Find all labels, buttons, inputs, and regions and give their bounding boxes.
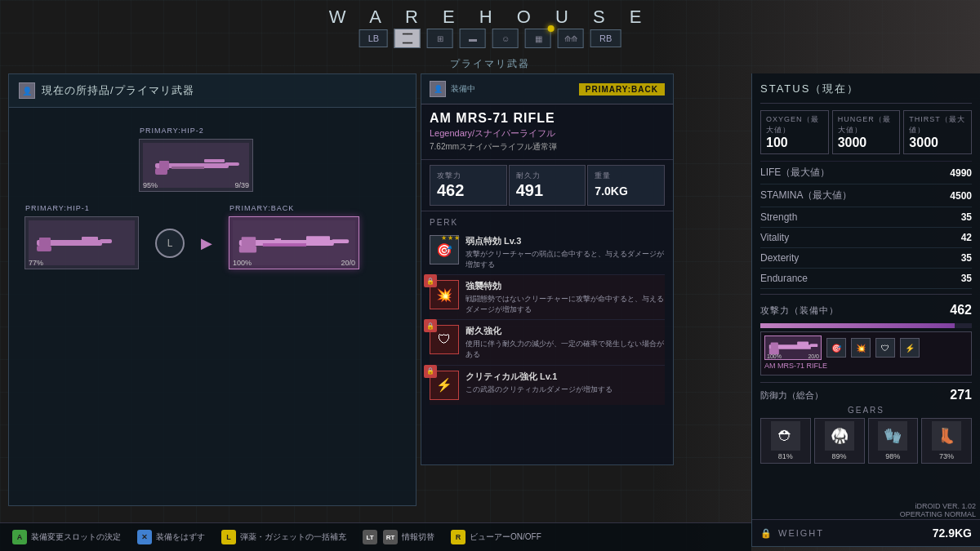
eq-icon-burst: 💥	[851, 338, 871, 358]
btn-x-icon: ✕	[137, 530, 152, 544]
attack-bar-fill	[760, 323, 955, 328]
nav-rb-button[interactable]: RB	[590, 29, 621, 47]
hip2-slot-label: PRIMARY:HIP-2	[140, 127, 204, 135]
hip2-slot-count: 9/39	[234, 181, 249, 189]
perk-title: PERK	[430, 215, 665, 230]
bottom-btn-4[interactable]: R ビューアーON/OFF	[451, 530, 541, 544]
vital-thirst-label: THIRST（最大値）	[909, 114, 966, 136]
stat-dexterity-value: 35	[961, 252, 972, 264]
detail-person-icon: 👤	[430, 81, 446, 97]
gear-icon-3: 👢	[932, 421, 961, 451]
gear-pct-3: 73%	[939, 452, 954, 460]
primary-back-badge: PRIMARY:BACK	[579, 83, 665, 96]
perk-item-3: ⚡ クリティカル強化 Lv.1 この武器のクリティカルダメージが増加する	[430, 366, 665, 405]
eq-icon-shield: 🛡	[875, 338, 895, 358]
perk-icon-2: 🛡	[430, 325, 459, 354]
bottom-btn-1[interactable]: ✕ 装備をはずす	[137, 530, 205, 544]
equipped-weapon-inner: 100% 20/0 🎯 💥 🛡 ⚡	[764, 335, 968, 360]
attack-bar-wrap	[760, 323, 972, 328]
gear-item-2: 🧤 98%	[868, 418, 919, 464]
perk-item-1: 💥 強襲特効 戦闘態勢ではないクリーチャーに攻撃が命中すると、与えるダメージが増…	[430, 275, 665, 320]
stat-vitality: Vitality 42	[760, 228, 972, 248]
back-slot-count: 20/0	[341, 259, 355, 267]
back-slot-label: PRIMARY:BACK	[229, 204, 294, 212]
vital-hunger-value: 3000	[838, 136, 895, 150]
defense-section: 防御力（総合） 271 GEARS ⛑ 81% 🥋 89% 🧤 98% 👢 73…	[760, 382, 972, 464]
hip2-slot-wrap: PRIMARY:HIP-2 95% 9/39	[139, 139, 253, 192]
bottom-btn-2[interactable]: L 弾薬・ガジェットの一括補充	[221, 530, 346, 544]
nav-item-4[interactable]: ☺	[492, 29, 519, 48]
hip1-slot[interactable]: PRIMARY:HIP-1 77%	[24, 216, 139, 269]
stat-stamina-label: STAMINA（最大値）	[760, 189, 852, 202]
hip2-slot-image	[143, 143, 249, 188]
perk-name-2: 耐久強化	[466, 325, 665, 337]
stat-vitality-value: 42	[961, 232, 972, 243]
bottom-btn-3[interactable]: LT RT 情報切替	[363, 530, 434, 544]
bottom-btn-2-label: 弾薬・ガジェットの一括補充	[240, 531, 346, 543]
durability-stat-box: 耐久力 491	[509, 165, 586, 206]
svg-rect-10	[37, 246, 51, 251]
gear-item-1: 🥋 89%	[814, 418, 865, 464]
svg-rect-16	[262, 243, 305, 247]
attack-stat-value: 462	[437, 181, 500, 200]
attack-section: 攻撃力（装備中） 462 100% 20/0	[760, 294, 972, 375]
svg-rect-20	[770, 343, 777, 349]
vital-oxygen-value: 100	[766, 136, 823, 150]
gear-pct-2: 98%	[885, 452, 900, 460]
stats-row: 攻撃力 462 耐久力 491 重量 7.0KG	[421, 159, 673, 211]
nav-item-5-wrap: ▦	[525, 29, 551, 48]
attack-value: 462	[950, 303, 972, 318]
bottom-btn-3-label: 情報切替	[402, 531, 434, 543]
svg-rect-4	[155, 168, 167, 175]
stat-vitality-label: Vitality	[760, 232, 789, 243]
weight-stat-value: 7.0KG	[595, 181, 657, 198]
svg-rect-12	[306, 236, 330, 241]
nav-item-3[interactable]: ▬	[460, 29, 486, 48]
stat-life-value: 4990	[950, 167, 972, 179]
hip1-slot-pct: 77%	[29, 259, 43, 267]
gears-row: ⛑ 81% 🥋 89% 🧤 98% 👢 73%	[760, 418, 972, 464]
nav-lb-button[interactable]: LB	[359, 29, 388, 47]
btn-l-icon: L	[221, 530, 236, 544]
bottom-bar: A 装備変更スロットの決定 ✕ 装備をはずす L 弾薬・ガジェットの一括補充 L…	[0, 522, 751, 551]
detail-panel: 👤 装備中 PRIMARY:BACK AM MRS-71 RIFLE Legen…	[421, 73, 674, 465]
perk-text-3: クリティカル強化 Lv.1 この武器のクリティカルダメージが増加する	[466, 371, 665, 395]
bottom-btn-1-label: 装備をはずす	[156, 531, 205, 543]
hip1-slot-label: PRIMARY:HIP-1	[25, 204, 90, 212]
weight-label: 🔒 WEIGHT	[760, 528, 824, 539]
svg-rect-15	[238, 246, 256, 253]
nav-dot	[548, 25, 555, 32]
gear-item-0: ⛑ 81%	[760, 418, 811, 464]
eq-pct: 100%	[767, 353, 782, 359]
stat-life: LIFE（最大値） 4990	[760, 162, 972, 184]
gear-icon-2: 🧤	[878, 421, 907, 451]
svg-rect-13	[241, 237, 255, 246]
nav-item-6[interactable]: ⟰⟰	[558, 29, 584, 48]
perk-name-3: クリティカル強化 Lv.1	[466, 371, 665, 383]
weight-label-text: WEIGHT	[778, 528, 824, 538]
vital-thirst: THIRST（最大値） 3000	[903, 110, 972, 154]
slot-change-circle: L	[155, 229, 185, 258]
hip2-slot[interactable]: PRIMARY:HIP-2 95% 9/39	[139, 139, 253, 192]
status-title: STATUS（現在）	[760, 82, 972, 104]
attack-row: 攻撃力（装備中） 462	[760, 300, 972, 321]
stat-endurance-label: Endurance	[760, 273, 808, 284]
nav-item-5[interactable]: ▦	[525, 29, 551, 48]
bottom-btn-4-label: ビューアーON/OFF	[470, 531, 541, 543]
svg-rect-21	[809, 344, 817, 347]
equipped-slot-img: 100% 20/0	[764, 335, 822, 360]
slots-area: PRIMARY:HIP-2 95% 9/39 PRIMARY:HIP-1	[8, 98, 416, 449]
bottom-btn-0[interactable]: A 装備変更スロットの決定	[12, 530, 121, 544]
nav-item-primary[interactable]: ━━━━	[394, 29, 421, 48]
nav-item-2[interactable]: ⊞	[427, 29, 453, 48]
stat-stamina-value: 4500	[950, 190, 972, 202]
primary-weapon-label: プライマリ武器	[450, 57, 530, 71]
back-slot[interactable]: PRIMARY:BACK 100% 20/0	[229, 216, 359, 269]
eq-icon-bolt: ⚡	[900, 338, 920, 358]
top-nav: LB ━━━━ ⊞ ▬ ☺ ▦ ⟰⟰ RB	[359, 29, 621, 48]
btn-lt-icon: LT	[363, 530, 377, 544]
durability-stat-value: 491	[516, 181, 579, 200]
hip2-rifle-svg	[147, 151, 245, 180]
back-slot-pct: 100%	[233, 259, 252, 267]
detail-header: 👤 装備中 PRIMARY:BACK	[421, 74, 673, 104]
